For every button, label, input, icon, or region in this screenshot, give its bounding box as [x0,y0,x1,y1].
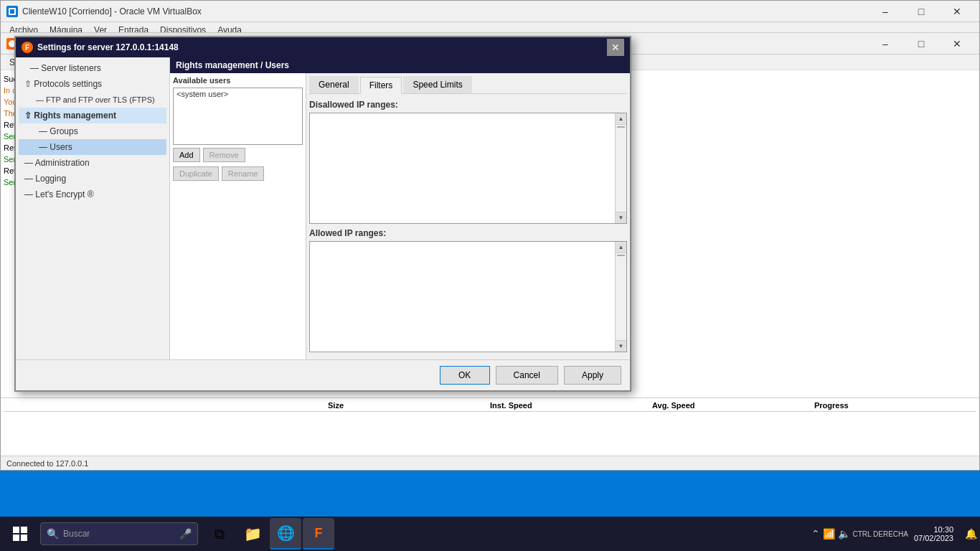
apply-button[interactable]: Apply [564,366,621,385]
add-user-button[interactable]: Add [173,148,200,162]
allowed-scrollbar-down[interactable]: ▼ [616,340,626,352]
dialog-tree: — Server listeners ⇧ Protocols settings … [16,57,170,359]
vbox-title: ClienteW10 [Corriendo] - Oracle VM Virtu… [22,6,869,17]
taskbar-file-explorer[interactable]: 📁 [237,518,268,550]
user-list: <system user> [173,88,303,145]
tabs-panel: General Filters Speed Limits Disallowed … [306,73,630,359]
allowed-textarea-container: ▲ ▼ [309,241,627,352]
vbox-icon [6,6,18,17]
transfer-col-empty [4,401,328,410]
windows-icon [13,527,27,541]
taskbar-task-view[interactable]: ⧉ [204,518,235,550]
cancel-button[interactable]: Cancel [496,366,558,385]
user-buttons: Add Remove Duplicate Rename [173,148,303,181]
vbox-close-button[interactable]: ✕ [941,1,974,22]
fz-controls: – □ ✕ [869,33,974,55]
disallowed-scrollbar: ▲ ▼ [615,113,626,223]
task-view-icon: ⧉ [215,526,225,542]
tree-item-logging[interactable]: — Logging [19,171,166,187]
tree-item-groups[interactable]: — Groups [19,123,166,139]
tab-general[interactable]: General [309,76,359,93]
fz-maximize-button[interactable]: □ [905,33,938,55]
search-icon: 🔍 [47,528,59,540]
dialog-footer: OK Cancel Apply [16,359,630,390]
allowed-label: Allowed IP ranges: [309,228,627,238]
disallowed-label: Disallowed IP ranges: [309,100,627,110]
file-explorer-icon: 📁 [244,525,262,542]
transfer-col-prog: Progress [814,401,976,410]
clock-date: 07/02/2023 [914,534,953,542]
dialog-section-header: Rights management / Users [170,57,630,73]
duplicate-user-button[interactable]: Duplicate [173,166,219,181]
tab-filters[interactable]: Filters [360,77,402,94]
transfer-col-size: Size [328,401,490,410]
system-user-item[interactable]: <system user> [174,88,302,100]
taskbar-right: ⌃ 📶 🔈 CTRL DERECHA 10:30 07/02/2023 🔔 [811,525,977,542]
rename-user-button[interactable]: Rename [222,166,265,181]
tree-item-administration[interactable]: — Administration [19,155,166,171]
tray-network-icon[interactable]: 📶 [823,528,835,540]
clock[interactable]: 10:30 07/02/2023 [914,525,953,542]
chrome-icon: 🌐 [277,524,295,542]
dialog-inner: Available users <system user> Add Remove… [170,73,630,359]
notification-icon[interactable]: 🔔 [965,528,977,540]
ok-button[interactable]: OK [440,366,490,385]
microphone-icon: 🎤 [179,528,192,540]
dialog-close-button[interactable]: ✕ [607,39,624,56]
allowed-scrollbar: ▲ ▼ [615,242,626,352]
clock-time: 10:30 [933,525,953,534]
tree-item-ftp[interactable]: — FTP and FTP over TLS (FTPS) [19,92,166,108]
user-panel: Available users <system user> Add Remove… [170,73,306,359]
remove-user-button[interactable]: Remove [203,148,245,162]
transfer-header: Size Inst. Speed Avg. Speed Progress [4,401,976,412]
filezilla-icon: F [315,526,323,541]
sys-tray: ⌃ 📶 🔈 CTRL DERECHA [811,528,908,540]
scrollbar-up-arrow[interactable]: ▲ [616,113,626,125]
vbox-titlebar: ClienteW10 [Corriendo] - Oracle VM Virtu… [1,1,979,22]
transfer-panel: Size Inst. Speed Avg. Speed Progress [1,398,979,456]
dialog-main: Rights management / Users Available user… [170,57,630,359]
search-bar[interactable]: 🔍 Buscar 🎤 [40,522,198,545]
taskbar-chrome[interactable]: 🌐 [270,518,301,550]
taskbar-filezilla[interactable]: F [303,518,334,550]
tree-item-users[interactable]: — Users [19,139,166,155]
allowed-ip-textarea[interactable] [310,242,615,352]
fz-close-button[interactable]: ✕ [941,33,974,55]
settings-dialog: F Settings for server 127.0.0.1:14148 ✕ … [14,36,631,392]
tree-item-rights[interactable]: ⇧ Rights management [19,108,166,123]
fz-minimize-button[interactable]: – [869,33,902,55]
scrollbar-down-arrow[interactable]: ▼ [616,212,626,223]
allowed-scrollbar-up[interactable]: ▲ [616,242,626,253]
filter-content: Disallowed IP ranges: ▲ ▼ Allowed IP ran… [309,100,627,357]
taskbar: 🔍 Buscar 🎤 ⧉ 📁 🌐 F ⌃ 📶 🔈 CTRL DERECHA 10… [0,517,980,551]
dialog-body: — Server listeners ⇧ Protocols settings … [16,57,630,359]
dialog-icon: F [22,42,33,53]
vbox-maximize-button[interactable]: □ [905,1,938,22]
tree-item-server-listeners[interactable]: — Server listeners [19,60,166,76]
available-users-label: Available users [173,76,303,85]
disallowed-textarea-container: ▲ ▼ [309,113,627,224]
scrollbar-thumb[interactable] [617,126,625,128]
transfer-col-avg: Avg. Speed [652,401,814,410]
dialog-title: Settings for server 127.0.0.1:14148 [37,42,607,52]
tree-item-protocols[interactable]: ⇧ Protocols settings [19,76,166,92]
status-bar: Connected to 127.0.0.1 [1,456,979,470]
search-placeholder: Buscar [63,529,90,539]
start-button[interactable] [3,517,37,551]
transfer-col-inst: Inst. Speed [490,401,652,410]
taskbar-items: ⧉ 📁 🌐 F [204,518,334,550]
tray-expand-icon[interactable]: ⌃ [811,528,820,540]
tree-item-letsencrypt[interactable]: — Let's Encrypt ® [19,187,166,202]
tab-speed-limits[interactable]: Speed Limits [403,76,471,93]
allowed-scrollbar-thumb[interactable] [617,255,625,256]
tray-speaker-icon[interactable]: 🔈 [838,528,850,540]
notification-bell-icon: 🔔 [965,528,977,540]
ctrl-derecha-label: CTRL DERECHA [853,530,908,538]
tabs-row: General Filters Speed Limits [309,76,627,94]
vbox-controls: – □ ✕ [869,1,974,22]
dialog-titlebar: F Settings for server 127.0.0.1:14148 ✕ [16,37,630,57]
status-text: Connected to 127.0.0.1 [6,459,88,468]
vbox-minimize-button[interactable]: – [869,1,902,22]
disallowed-ip-textarea[interactable] [310,113,615,223]
